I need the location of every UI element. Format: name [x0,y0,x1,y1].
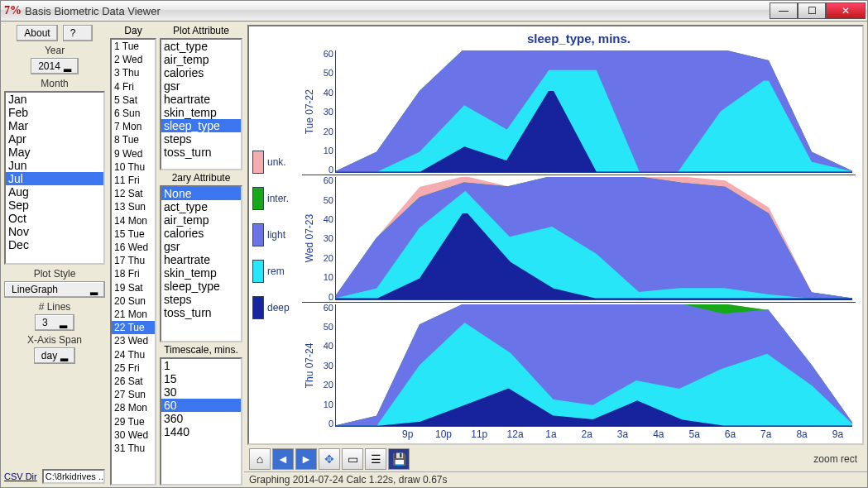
list-item[interactable]: 17 Thu [112,254,155,267]
secattr-listbox[interactable]: Noneact_typeair_tempcaloriesgsrheartrate… [160,185,242,342]
list-item[interactable]: 9 Wed [112,147,155,160]
list-item[interactable]: calories [161,66,241,79]
list-item[interactable]: 29 Tue [112,415,155,428]
month-listbox[interactable]: JanFebMarAprMayJunJulAugSepOctNovDec [4,91,105,265]
list-item[interactable]: 5 Sat [112,93,155,107]
list-item[interactable]: gsr [161,79,241,93]
list-item[interactable]: gsr [161,240,241,253]
list-item[interactable]: 12 Sat [112,187,155,200]
list-item[interactable]: air_temp [161,53,241,66]
home-button[interactable]: ⌂ [249,448,271,470]
list-item[interactable]: 28 Mon [112,401,155,414]
list-item[interactable]: 3 Thu [112,66,155,79]
list-item[interactable]: skin_temp [161,266,241,280]
list-item[interactable]: 6 Sun [112,107,155,120]
day-listbox[interactable]: 1 Tue2 Wed3 Thu4 Fri5 Sat6 Sun7 Mon8 Tue… [110,38,156,486]
list-item[interactable]: None [161,187,241,200]
list-item[interactable]: Sep [6,199,103,212]
list-item[interactable]: heartrate [161,253,241,266]
timescale-listbox[interactable]: 11530603601440 [160,357,242,486]
forward-button[interactable]: ► [295,448,317,470]
close-button[interactable]: ✕ [826,2,866,19]
zoom-button[interactable]: ▭ [342,448,363,470]
list-item[interactable]: 27 Sun [112,388,155,401]
list-item[interactable]: 19 Sat [112,281,155,294]
list-item[interactable]: 20 Sun [112,294,155,308]
list-item[interactable]: 11 Fri [112,174,155,187]
list-item[interactable]: 18 Fri [112,267,155,280]
list-item[interactable]: 1440 [161,425,241,438]
list-item[interactable]: 25 Fri [112,361,155,375]
list-item[interactable]: 1 Tue [112,40,155,53]
list-item[interactable]: act_type [161,200,241,213]
list-item[interactable]: Mar [6,119,103,132]
nlines-menu[interactable]: 3▂ [35,314,74,331]
list-item[interactable]: Apr [6,132,103,146]
list-item[interactable]: sleep_type [161,280,241,293]
list-item[interactable]: 26 Sat [112,375,155,388]
list-item[interactable]: 13 Sun [112,200,155,213]
plot-surface[interactable] [335,177,852,299]
list-item[interactable]: 21 Mon [112,308,155,321]
list-item[interactable]: 10 Thu [112,160,155,174]
list-item[interactable]: 24 Thu [112,348,155,361]
list-item[interactable]: air_temp [161,213,241,227]
list-item[interactable]: 30 Wed [112,428,155,442]
pan-button[interactable]: ✥ [319,448,340,470]
back-button[interactable]: ◄ [272,448,294,470]
list-item[interactable]: 8 Tue [112,133,155,146]
csvdir-link[interactable]: CSV Dir [4,471,37,481]
minimize-button[interactable]: — [770,2,798,19]
about-button[interactable]: About [17,25,57,41]
list-item[interactable]: steps [161,132,241,146]
list-item[interactable]: 2 Wed [112,53,155,66]
config-button[interactable]: ☰ [365,448,386,470]
list-item[interactable]: Feb [6,106,103,119]
csvdir-field[interactable]: C:\8rkidrives ... [42,469,105,484]
list-item[interactable]: steps [161,293,241,306]
plotstyle-menu[interactable]: LineGraph▂ [4,281,105,298]
plot-surface[interactable] [335,50,852,173]
list-item[interactable]: Jan [6,93,103,106]
list-item[interactable]: 15 [161,372,241,385]
list-item[interactable]: Jun [6,159,103,172]
list-item[interactable]: calories [161,227,241,240]
list-item[interactable]: Aug [6,185,103,199]
list-item[interactable]: 1 [161,359,241,372]
maximize-button[interactable]: ☐ [798,2,826,19]
list-item[interactable]: skin_temp [161,106,241,119]
list-item[interactable]: May [6,146,103,159]
x-tick: 7a [748,428,784,440]
list-item[interactable]: toss_turn [161,146,241,159]
list-item[interactable]: Jul [6,172,103,185]
month-label: Month [41,78,68,89]
help-button[interactable]: ? [63,25,93,41]
list-item[interactable]: 14 Mon [112,214,155,227]
list-item[interactable]: 4 Fri [112,80,155,93]
list-item[interactable]: 60 [161,399,241,412]
plotattr-listbox[interactable]: act_typeair_tempcaloriesgsrheartrateskin… [160,38,242,170]
list-item[interactable]: act_type [161,40,241,53]
list-item[interactable]: Oct [6,212,103,225]
list-item[interactable]: 360 [161,412,241,425]
y-tick: 30 [319,107,333,117]
list-item[interactable]: 31 Thu [112,442,155,455]
list-item[interactable]: Dec [6,238,103,251]
list-item[interactable]: sleep_type [161,119,241,132]
list-item[interactable]: Nov [6,225,103,238]
list-item[interactable]: 23 Wed [112,334,155,347]
chart-canvas[interactable]: unk.inter.lightremdeep sleep_type, mins.… [247,25,864,445]
list-item[interactable]: 22 Tue [112,321,155,334]
xspan-menu[interactable]: day▂ [34,347,75,364]
y-tick: 20 [319,380,333,390]
list-item[interactable]: heartrate [161,93,241,106]
plot-surface[interactable] [335,304,852,427]
y-tick: 20 [319,253,333,263]
list-item[interactable]: 16 Wed [112,241,155,254]
list-item[interactable]: toss_turn [161,306,241,319]
year-menu[interactable]: 2014▂ [31,58,79,74]
list-item[interactable]: 15 Tue [112,227,155,241]
save-button[interactable]: 💾 [388,448,410,470]
list-item[interactable]: 30 [161,385,241,399]
list-item[interactable]: 7 Mon [112,120,155,133]
